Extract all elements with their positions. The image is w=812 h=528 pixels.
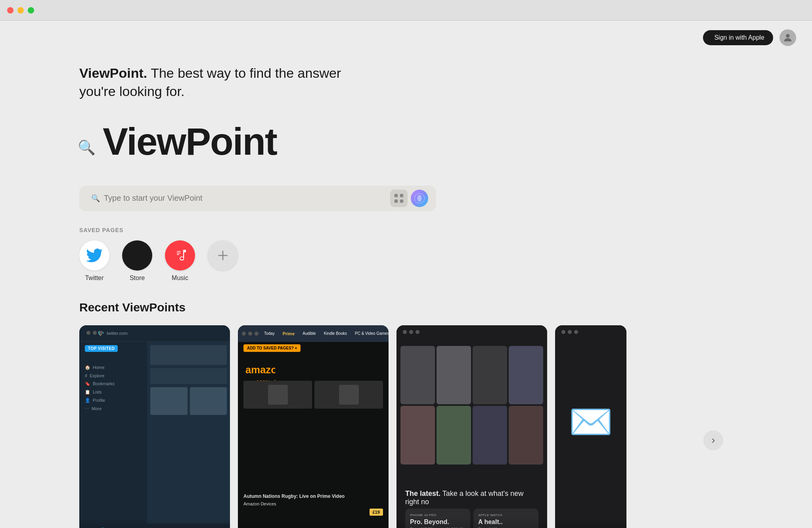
amazon-nav-today: Today — [262, 330, 277, 337]
viewpoint-card-twitter[interactable]: 🐦 twitter.com TOP VISITED 🏠Home #Explore… — [79, 325, 230, 528]
svg-rect-1 — [395, 194, 398, 197]
amazon-nav-bar: Today Prime Audible Kindle Books PC & Vi… — [238, 325, 389, 342]
scroll-right-button[interactable]: › — [703, 430, 723, 450]
mail-card-icon: 📧 — [565, 526, 585, 528]
search-magnifier-icon: 🔍 — [91, 194, 100, 203]
saved-page-music[interactable]: Music — [165, 240, 195, 282]
twitter-nav-home: 🏠Home — [85, 365, 115, 370]
search-container: 🔍 — [79, 186, 436, 211]
svg-point-6 — [417, 195, 421, 202]
saved-page-twitter[interactable]: Twitter — [79, 240, 109, 282]
store-img-5 — [400, 406, 435, 465]
search-action-settings-icon[interactable] — [390, 190, 408, 207]
store-label: Store — [130, 275, 145, 282]
close-button[interactable] — [7, 7, 13, 13]
twitter-content-bar — [150, 345, 227, 365]
apple-store-tagline-bold: The latest. — [405, 490, 440, 497]
apple-store-imgs-grid — [396, 342, 547, 468]
apple-store-page-icon — [122, 240, 152, 271]
twitter-card-bird-icon — [89, 526, 109, 528]
amazon-text-item-1: Autumn Nations Rugby: Live on Prime Vide… — [243, 493, 383, 499]
twitter-nav-more: ⋯More — [85, 406, 115, 411]
svg-rect-4 — [400, 200, 403, 203]
saved-page-add[interactable] — [208, 240, 238, 271]
logo-search-symbol: 🔍 — [78, 139, 96, 156]
amazon-card-overlay: amazon Amazon — [238, 519, 389, 528]
apple-store-mini-2-badge: APPLE WATCH — [478, 513, 534, 517]
user-avatar[interactable] — [779, 29, 796, 46]
amazon-item-1 — [243, 381, 312, 409]
twitter-nav-bookmarks: 🔖Bookmarks — [85, 381, 115, 386]
logo-icon: 🔍 — [79, 127, 96, 156]
mail-card-header — [555, 325, 626, 339]
music-label: Music — [172, 275, 188, 282]
top-nav: Sign in with Apple — [0, 21, 812, 55]
twitter-content-bar2 — [150, 368, 227, 384]
twitter-nav-lists: 📋Lists — [85, 390, 115, 395]
amazon-badge: ADD TO SAVED PAGES? + — [243, 344, 301, 352]
search-input[interactable] — [104, 194, 386, 203]
viewpoint-card-mail[interactable]: ✉️ 📧 Mail — [555, 325, 626, 528]
svg-point-0 — [786, 34, 789, 38]
viewpoints-row: 🐦 twitter.com TOP VISITED 🏠Home #Explore… — [79, 325, 733, 528]
mail-window-dots — [561, 330, 578, 334]
music-note-icon — [172, 248, 188, 263]
apple-store-mini-1-badge: IPHONE 14 PRO — [410, 513, 465, 517]
store-img-7 — [473, 406, 507, 465]
store-img-6 — [437, 406, 471, 465]
search-action-siri-icon[interactable] — [411, 190, 428, 207]
saved-pages-row: Twitter Store Music — [79, 240, 733, 282]
viewpoint-card-amazon[interactable]: Today Prime Audible Kindle Books PC & Vi… — [238, 325, 389, 528]
twitter-bird-icon — [86, 247, 103, 264]
sign-in-apple-button[interactable]: Sign in with Apple — [703, 30, 773, 45]
mail-card-overlay: 📧 Mail — [555, 517, 626, 528]
amazon-logo-icon: amazon — [243, 364, 275, 375]
twitter-card-header: 🐦 twitter.com — [79, 325, 230, 342]
store-img-4 — [509, 346, 543, 405]
amazon-nav-kindle: Kindle Books — [322, 330, 349, 337]
amazon-text-items: Autumn Nations Rugby: Live on Prime Vide… — [243, 493, 383, 516]
maximize-button[interactable] — [28, 7, 34, 13]
apple-store-header — [396, 325, 547, 339]
mail-icon: ✉️ — [569, 401, 613, 443]
store-img-2 — [437, 346, 471, 405]
recent-viewpoints-section: Recent ViewPoints 🐦 twitter.com — [79, 301, 733, 528]
titlebar — [0, 0, 812, 21]
amazon-price-area: £19 — [243, 509, 383, 516]
amazon-nav-audible: Audible — [300, 330, 318, 337]
amazon-nav-pc: PC & Video Games — [352, 330, 389, 337]
twitter-page-icon — [79, 240, 109, 271]
saved-pages-section: SAVED PAGES Twitter Store — [79, 227, 733, 282]
amazon-price-badge: £19 — [370, 509, 383, 516]
store-img-8 — [509, 406, 543, 465]
amazon-item-2 — [314, 381, 383, 409]
add-page-icon — [208, 240, 238, 271]
apple-store-tagline: The latest. Take a look at what's new ri… — [405, 490, 538, 506]
amazon-prime-label: Prime — [280, 330, 297, 338]
svg-text:amazon: amazon — [245, 364, 275, 375]
viewpoint-card-apple-store[interactable]: The latest. Take a look at what's new ri… — [396, 325, 547, 528]
settings-grid-icon — [393, 193, 404, 204]
twitter-sidebar: 🏠Home #Explore 🔖Bookmarks 📋Lists 👤Profil… — [85, 365, 115, 411]
apple-store-card-apple-icon — [406, 526, 427, 528]
window-controls — [7, 7, 34, 13]
search-actions — [390, 190, 428, 207]
logo-text: ViewPoint — [103, 120, 277, 163]
saved-page-store[interactable]: Store — [122, 240, 152, 282]
svg-rect-2 — [400, 194, 403, 197]
top-visited-badge: TOP VISITED — [85, 345, 118, 352]
saved-pages-label: SAVED PAGES — [79, 227, 733, 233]
search-bar: 🔍 — [79, 186, 436, 211]
minimize-button[interactable] — [17, 7, 24, 13]
twitter-content-area — [147, 342, 230, 524]
twitter-url-text: twitter.com — [107, 331, 128, 336]
twitter-nav-profile: 👤Profile — [85, 398, 115, 403]
store-img-1 — [400, 346, 435, 405]
mail-icon-area: ✉️ — [555, 339, 626, 505]
twitter-thumb-row — [150, 387, 227, 415]
logo-area: 🔍 ViewPoint — [79, 120, 733, 163]
svg-rect-3 — [395, 200, 398, 203]
twitter-window-dots — [86, 331, 103, 335]
twitter-label: Twitter — [85, 275, 103, 282]
sign-in-label: Sign in with Apple — [714, 34, 764, 41]
